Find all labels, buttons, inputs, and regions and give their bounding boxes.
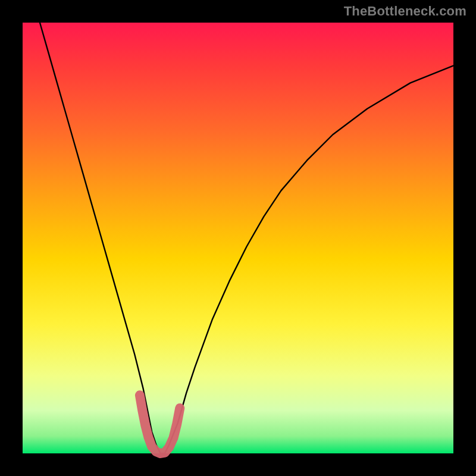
- chart-svg: [23, 23, 453, 453]
- plot-area: [23, 23, 453, 453]
- watermark: TheBottleneck.com: [344, 4, 466, 19]
- highlight-segment: [140, 395, 180, 453]
- chart-frame: TheBottleneck.com: [0, 0, 476, 476]
- bottleneck-curve: [40, 23, 453, 453]
